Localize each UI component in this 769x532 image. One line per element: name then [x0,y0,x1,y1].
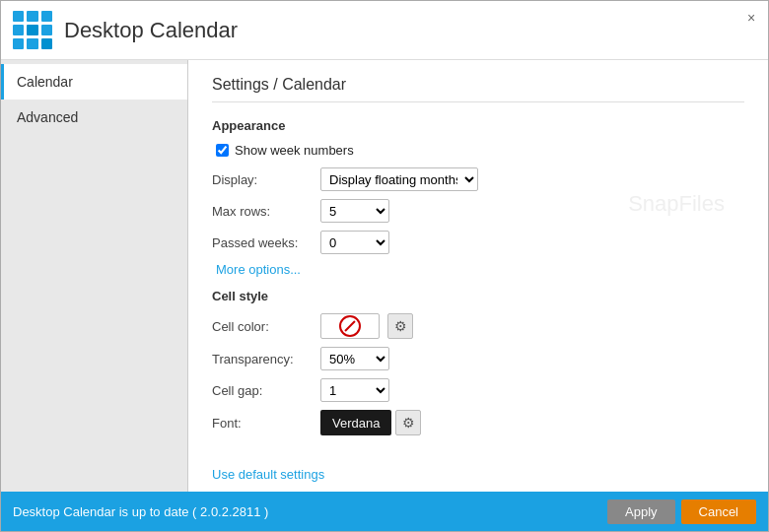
close-button[interactable]: × [742,9,760,27]
transparency-select[interactable]: 0%10%20%30%40%50%60%70%80%90% [320,347,389,370]
display-row: Display: Display floating months Display… [212,167,744,191]
transparency-label: Transparency: [212,352,320,366]
show-week-numbers-checkbox[interactable] [216,144,229,157]
passed-weeks-row: Passed weeks: 01234 [212,231,744,254]
sidebar-item-calendar-label: Calendar [17,74,73,90]
max-rows-row: Max rows: 123456 [212,199,744,223]
status-actions: Apply Cancel [607,499,756,524]
page-title: Settings / Calendar [212,76,744,102]
cell-color-settings-button[interactable]: ⚙ [387,313,413,339]
apply-button[interactable]: Apply [607,499,675,524]
font-row: Font: Verdana ⚙ [212,410,744,435]
default-settings-row: Use default settings [212,459,744,482]
font-button[interactable]: Verdana [320,410,391,435]
cell-style-section-title: Cell style [212,289,744,303]
app-icon [13,11,52,50]
title-bar: Desktop Calendar × [1,1,768,60]
app-window: Desktop Calendar × Calendar Advanced Set… [0,0,769,532]
cell-gap-label: Cell gap: [212,383,320,398]
max-rows-label: Max rows: [212,204,320,219]
cell-gap-row: Cell gap: 012345 [212,378,744,402]
more-options-link[interactable]: More options... [216,262,301,277]
sidebar-item-advanced[interactable]: Advanced [1,100,187,135]
content-area: Settings / Calendar Appearance Show week… [188,60,768,492]
font-settings-button[interactable]: ⚙ [395,410,421,435]
no-entry-icon [339,315,361,337]
passed-weeks-label: Passed weeks: [212,235,320,250]
main-area: Calendar Advanced Settings / Calendar Ap… [1,60,768,492]
transparency-row: Transparency: 0%10%20%30%40%50%60%70%80%… [212,347,744,370]
status-bar: Desktop Calendar is up to date ( 2.0.2.2… [1,492,768,531]
display-label: Display: [212,172,320,187]
max-rows-select[interactable]: 123456 [320,199,389,223]
display-select[interactable]: Display floating months Display fixed mo… [320,167,478,191]
cell-color-button[interactable] [320,313,380,339]
passed-weeks-select[interactable]: 01234 [320,231,389,254]
cell-color-row: Cell color: ⚙ [212,313,744,339]
cancel-button[interactable]: Cancel [681,499,756,524]
sidebar-item-advanced-label: Advanced [17,109,78,125]
cell-gap-select[interactable]: 012345 [320,378,389,402]
status-message: Desktop Calendar is up to date ( 2.0.2.2… [13,504,268,519]
show-week-numbers-label: Show week numbers [235,143,354,158]
default-settings-link[interactable]: Use default settings [212,467,324,482]
gear-icon: ⚙ [394,318,407,334]
appearance-section-title: Appearance [212,118,744,133]
show-week-numbers-row: Show week numbers [216,143,744,158]
font-gear-icon: ⚙ [402,415,415,431]
sidebar: Calendar Advanced [1,60,188,492]
sidebar-item-calendar[interactable]: Calendar [1,64,187,100]
more-options-row: More options... [216,262,744,277]
cell-color-label: Cell color: [212,319,320,334]
font-label: Font: [212,416,320,431]
app-title: Desktop Calendar [64,18,238,43]
